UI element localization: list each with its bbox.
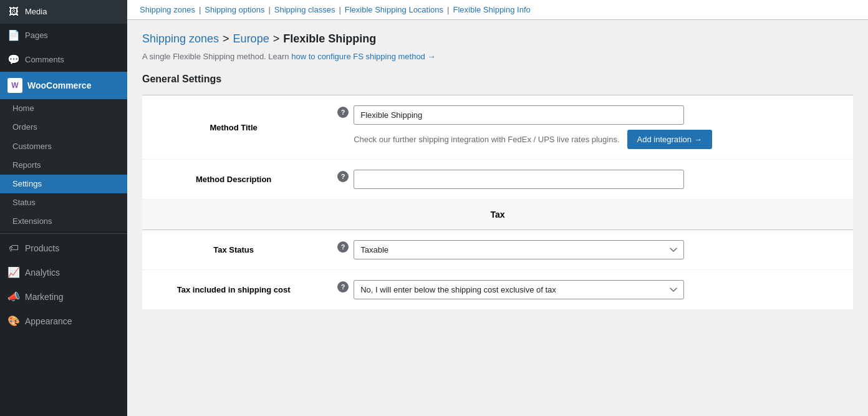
breadcrumb-current: Flexible Shipping <box>283 32 376 46</box>
tax-section-row: Tax <box>142 200 853 230</box>
products-icon: 🏷 <box>7 243 20 254</box>
analytics-icon: 📈 <box>7 266 20 278</box>
sidebar-item-home[interactable]: Home <box>0 99 127 118</box>
method-description-input[interactable] <box>354 170 684 189</box>
integration-notice-text: Check our further shipping integration w… <box>354 135 619 144</box>
tax-status-cell: ? Taxable None <box>325 230 853 270</box>
sidebar-item-extensions[interactable]: Extensions <box>0 212 127 231</box>
description-text: A single Flexible Shipping method. Learn <box>142 52 291 61</box>
breadcrumb-europe[interactable]: Europe <box>233 32 269 46</box>
method-title-input[interactable] <box>354 105 684 125</box>
sidebar-item-analytics[interactable]: 📈 Analytics <box>0 260 127 284</box>
method-description-label: Method Description <box>142 160 325 200</box>
sidebar-item-label: Home <box>12 103 34 114</box>
tax-included-field-row: ? No, I will enter below the shipping co… <box>337 280 841 299</box>
top-nav: Shipping zones | Shipping options | Ship… <box>127 0 868 20</box>
comments-icon: 💬 <box>7 53 20 67</box>
sidebar-item-label: Media <box>25 6 47 17</box>
method-title-cell: ? Check our further shipping integration… <box>325 95 853 160</box>
general-settings-heading: General Settings <box>142 74 853 85</box>
tax-included-select[interactable]: No, I will enter below the shipping cost… <box>354 280 684 299</box>
nav-separator-4: | <box>447 5 449 14</box>
woocommerce-submenu: Home Orders Customers Reports Settings S… <box>0 99 127 231</box>
nav-shipping-zones[interactable]: Shipping zones <box>140 5 195 14</box>
sidebar-item-label: Customers <box>12 141 52 152</box>
content-area: Shipping zones > Europe > Flexible Shipp… <box>127 20 868 416</box>
description-link[interactable]: how to configure FS shipping method → <box>291 52 435 61</box>
sidebar-item-media[interactable]: 🖼 Media <box>0 0 127 24</box>
sidebar-item-label: Comments <box>25 54 64 65</box>
sidebar-item-label: Products <box>25 243 59 253</box>
nav-shipping-classes[interactable]: Shipping classes <box>274 5 335 14</box>
appearance-icon: 🎨 <box>7 315 20 327</box>
nav-separator-3: | <box>339 5 340 14</box>
woocommerce-label: WooCommerce <box>27 80 91 90</box>
tax-status-field-row: ? Taxable None <box>337 240 841 259</box>
sidebar-item-status[interactable]: Status <box>0 193 127 212</box>
tax-status-help-icon[interactable]: ? <box>337 241 349 253</box>
sidebar-item-label: Marketing <box>25 292 63 302</box>
nav-separator-1: | <box>199 5 201 14</box>
sidebar-item-pages[interactable]: 📄 Pages <box>0 24 127 47</box>
method-description-help-icon[interactable]: ? <box>337 171 349 182</box>
nav-flexible-shipping-locations[interactable]: Flexible Shipping Locations <box>345 5 443 14</box>
method-title-row: Method Title ? Check our further shippin… <box>142 95 853 160</box>
sidebar-item-label: Analytics <box>25 268 60 278</box>
sidebar-item-label: Appearance <box>25 316 72 326</box>
pages-icon: 📄 <box>7 29 20 42</box>
nav-flexible-shipping-info[interactable]: Flexible Shipping Info <box>453 5 530 14</box>
sidebar-item-products[interactable]: 🏷 Products <box>0 236 127 260</box>
breadcrumb-shipping-zones[interactable]: Shipping zones <box>142 32 219 46</box>
method-title-label: Method Title <box>142 95 325 160</box>
sidebar-item-label: Extensions <box>12 216 52 227</box>
media-icon: 🖼 <box>7 5 20 19</box>
sidebar-item-orders[interactable]: Orders <box>0 118 127 137</box>
breadcrumb-separator-1: > <box>223 32 229 46</box>
page-description: A single Flexible Shipping method. Learn… <box>142 52 853 61</box>
tax-status-label: Tax Status <box>142 230 325 270</box>
method-description-row: Method Description ? <box>142 160 853 200</box>
integration-notice: Check our further shipping integration w… <box>354 130 711 149</box>
method-title-field-wrapper: Check our further shipping integration w… <box>354 105 711 149</box>
sidebar-item-settings[interactable]: Settings <box>0 175 127 193</box>
method-title-help-icon[interactable]: ? <box>337 107 349 118</box>
tax-included-cell: ? No, I will enter below the shipping co… <box>325 270 853 310</box>
breadcrumb: Shipping zones > Europe > Flexible Shipp… <box>142 32 853 46</box>
nav-shipping-options[interactable]: Shipping options <box>205 5 264 14</box>
tax-status-row: Tax Status ? Taxable None <box>142 230 853 270</box>
tax-status-select[interactable]: Taxable None <box>354 240 684 259</box>
woocommerce-icon: W <box>7 78 22 93</box>
sidebar: 🖼 Media 📄 Pages 💬 Comments W WooCommerce… <box>0 0 127 416</box>
sidebar-item-label: Status <box>12 197 36 208</box>
tax-included-row: Tax included in shipping cost ? No, I wi… <box>142 270 853 310</box>
sidebar-item-label: Settings <box>12 178 42 190</box>
add-integration-button[interactable]: Add integration → <box>627 130 712 149</box>
sidebar-item-label: Orders <box>12 122 37 133</box>
tax-included-label: Tax included in shipping cost <box>142 270 325 310</box>
sidebar-item-comments[interactable]: 💬 Comments <box>0 48 127 72</box>
method-description-cell: ? <box>325 160 853 200</box>
main-content: Shipping zones | Shipping options | Ship… <box>127 0 868 416</box>
tax-heading: Tax <box>142 200 853 230</box>
sidebar-item-reports[interactable]: Reports <box>0 156 127 175</box>
sidebar-item-label: Pages <box>25 30 48 41</box>
method-title-field-row: ? Check our further shipping integration… <box>337 105 841 149</box>
tax-included-help-icon[interactable]: ? <box>337 281 349 293</box>
method-description-field-row: ? <box>337 170 841 189</box>
nav-separator-2: | <box>268 5 270 14</box>
woocommerce-menu-header[interactable]: W WooCommerce <box>0 72 127 99</box>
breadcrumb-separator-2: > <box>273 32 280 46</box>
sidebar-item-label: Reports <box>12 160 41 171</box>
general-settings-table: Method Title ? Check our further shippin… <box>142 95 853 310</box>
sidebar-divider <box>0 233 127 234</box>
sidebar-item-marketing[interactable]: 📣 Marketing <box>0 284 127 309</box>
sidebar-item-customers[interactable]: Customers <box>0 137 127 156</box>
sidebar-item-appearance[interactable]: 🎨 Appearance <box>0 309 127 333</box>
marketing-icon: 📣 <box>7 291 20 302</box>
